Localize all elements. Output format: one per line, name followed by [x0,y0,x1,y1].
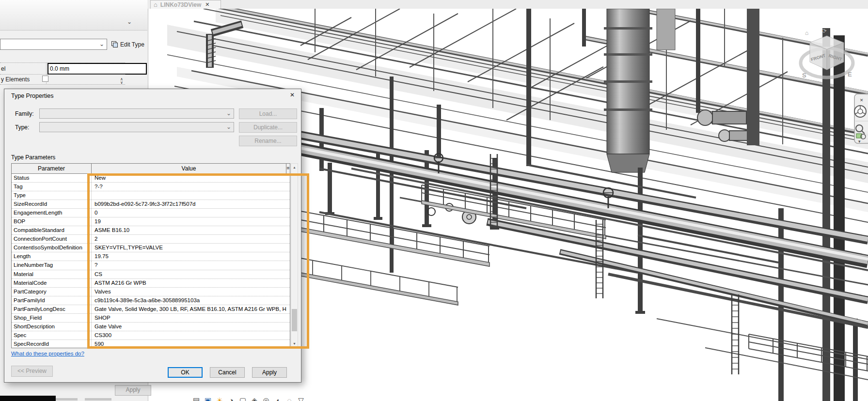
compass-south-label: S [802,72,806,79]
associate-cell [286,217,290,226]
table-row[interactable]: Material CS [12,270,290,279]
type-parameters-label: Type Parameters [11,154,55,161]
family-label: Family: [15,110,34,117]
associate-cell [286,305,290,313]
table-row[interactable]: MaterialCode ASTM A216 Gr WPB [12,279,290,288]
family-combobox[interactable]: ⌄ [39,108,234,119]
parameter-value-cell[interactable]: ASTM A216 Gr WPB [92,279,286,287]
visual-style-icon[interactable]: ▢ [239,397,247,401]
load-button[interactable]: Load... [239,108,297,119]
offset-value-field[interactable]: 0.0 mm [47,63,147,75]
parameter-value-cell[interactable]: SKEY=VTFL,TYPE=VALVE [92,244,286,252]
table-row[interactable]: PartFamilyLongDesc Gate Valve, Solid Wed… [12,305,290,314]
parameter-value-cell[interactable]: New [92,174,286,182]
parameter-name-cell: Status [12,174,92,182]
associate-cell [286,288,290,296]
property-row-label: y Elements [1,76,30,83]
parameter-value-cell[interactable]: SHOP [92,314,286,322]
parameter-name-cell: MaterialCode [12,279,92,287]
analytical-model-icon[interactable]: ▽ [297,397,305,401]
parameter-value-cell[interactable] [92,191,286,200]
parameter-value-cell[interactable]: CS [92,270,286,278]
parameter-value-cell[interactable]: CS300 [92,331,286,339]
chevron-down-icon[interactable]: ⌄ [127,18,132,25]
reveal-hidden-icon[interactable]: ◌ [285,397,293,401]
apply-button[interactable]: Apply [252,367,287,378]
table-row[interactable]: ShortDescription Gate Valve [12,323,290,331]
table-row[interactable]: BOP 19 [12,217,290,226]
crop-region-icon[interactable]: ◎ [262,397,270,401]
scroll-caret-widget[interactable]: ∧ ∨ [119,77,125,84]
elements-checkbox[interactable] [42,76,48,82]
preview-button[interactable]: << Preview [11,366,53,377]
table-row[interactable]: LineNumberTag ? [12,261,290,270]
scroll-down-icon[interactable]: ▼ [291,340,298,348]
table-row[interactable]: Type [12,191,290,200]
table-row[interactable]: ConnectionPortCount 2 [12,235,290,244]
edit-type-button[interactable]: Edit Type [111,39,144,49]
parameter-name-cell: ShortDescription [12,323,92,331]
parameter-value-cell[interactable]: ASME B16.10 [92,226,286,234]
rename-button[interactable]: Rename... [239,136,297,146]
properties-help-link[interactable]: What do these properties do? [11,351,84,356]
table-row[interactable]: Length 19.75 [12,252,290,261]
tab-close-icon[interactable]: ✕ [205,1,209,8]
sun-path-icon[interactable]: ☀ [216,397,223,401]
navbar-expand-icon: ▾ [858,139,861,144]
table-row[interactable]: SizeRecordId b099b2bd-e092-5c72-9fc3-3f7… [12,200,290,209]
table-row[interactable]: PartCategory Valves [12,288,290,296]
navbar-close-icon: ✕ [860,98,864,103]
associate-cell [286,261,290,269]
table-row[interactable]: Tag ?-? [12,183,290,191]
parameter-value-cell[interactable]: 2 [92,235,286,243]
parameter-name-cell: PartFamilyId [12,296,92,305]
crop-view-icon[interactable]: ◈ [251,397,258,401]
navigation-bar[interactable]: ✕ ▾ [854,94,868,144]
parameter-value-cell[interactable]: Gate Valve, Solid Wedge, 300 LB, RF, ASM… [92,305,286,313]
parameter-value-cell[interactable]: Valves [92,288,286,296]
palette-apply-button[interactable]: Apply [115,385,151,396]
view-tab[interactable]: ⌂ LINKo73DView ✕ [150,0,221,9]
cancel-button[interactable]: Cancel [210,367,245,378]
associate-cell [286,183,290,191]
parameter-value-cell[interactable]: c9b119c4-389e-5c3a-a6be-30588995103a [92,296,286,305]
associate-column-header: = [286,164,290,173]
parameter-value-cell[interactable]: b099b2bd-e092-5c72-9fc3-3f72c17f507d [92,200,286,208]
table-row[interactable]: SpecRecordId 590 [12,340,290,348]
parameter-value-cell[interactable]: 19 [92,217,286,226]
row-divider [0,74,125,75]
parameter-value-cell[interactable]: 0 [92,209,286,217]
type-combobox[interactable]: ⌄ [39,122,234,132]
table-header-row: Parameter Value = [12,164,290,174]
table-row[interactable]: PartFamilyId c9b119c4-389e-5c3a-a6be-305… [12,296,290,305]
parameter-value-cell[interactable]: Gate Valve [92,323,286,331]
duplicate-button[interactable]: Duplicate... [239,122,297,133]
table-row[interactable]: ContentIsoSymbolDefinition SKEY=VTFL,TYP… [12,244,290,252]
dialog-close-icon[interactable]: ✕ [285,90,299,100]
shadows-icon[interactable]: ◑ [227,397,235,401]
associate-cell [286,200,290,208]
table-row[interactable]: Status New [12,174,290,183]
table-scrollbar[interactable]: ▲ ▼ [291,163,298,348]
parameter-value-cell[interactable]: ? [92,261,286,269]
scroll-up-icon[interactable]: ▲ [291,164,298,171]
detail-level-icon[interactable]: ▣ [204,397,212,401]
table-row[interactable]: Shop_Field SHOP [12,314,290,323]
value-column-header[interactable]: Value [92,164,286,173]
temporary-hide-icon[interactable]: ◖ [274,397,282,401]
ok-button[interactable]: OK [168,367,203,378]
parameter-value-cell[interactable]: ?-? [92,183,286,191]
table-row[interactable]: EngagementLength 0 [12,209,290,217]
table-row[interactable]: CompatibleStandard ASME B16.10 [12,226,290,235]
type-selector-combobox[interactable]: ⌄ [0,39,107,50]
parameter-column-header[interactable]: Parameter [12,164,92,173]
table-row[interactable]: Spec CS300 [12,331,290,340]
type-selector-preview[interactable]: ⌄ [0,0,147,31]
row-divider [0,84,125,85]
viewcube-home-icon: ⌂ [805,30,808,36]
parameter-value-cell[interactable]: 590 [92,340,286,348]
parameter-value-cell[interactable]: 19.75 [92,252,286,261]
caret-down-icon[interactable]: ∨ [119,81,125,84]
scrollbar-thumb[interactable] [292,309,297,331]
scale-icon[interactable]: ▤ [192,397,200,401]
